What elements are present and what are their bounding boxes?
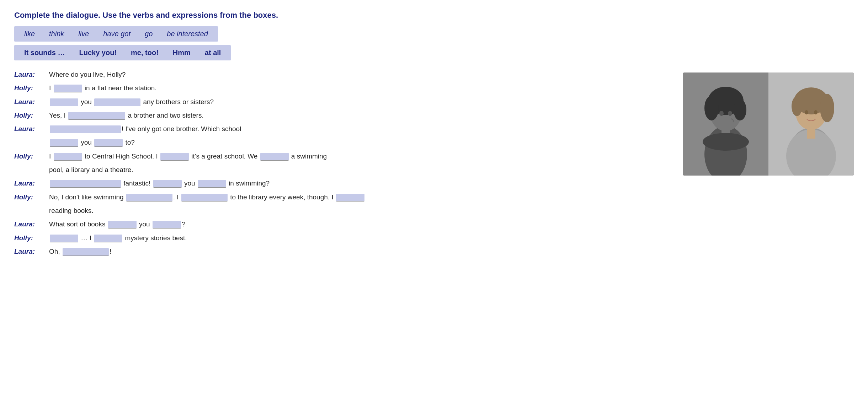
dialogue-line-holly5: Holly: … I mystery stories best. <box>14 232 669 244</box>
box1-item-2: think <box>49 30 64 38</box>
svg-point-18 <box>805 110 808 114</box>
dialogue-line-laura3b: you to? <box>14 137 669 148</box>
box2-item-3: me, too! <box>131 49 159 57</box>
box1-item-4: have got <box>103 30 131 38</box>
blank-holly1-1[interactable] <box>54 85 82 92</box>
line-laura2: you any brothers or sisters? <box>49 96 669 108</box>
speaker-holly4: Holly: <box>14 192 46 203</box>
speaker-laura2: Laura: <box>14 96 46 108</box>
speaker-holly1: Holly: <box>14 82 46 94</box>
line-laura4: fantastic! you in swimming? <box>49 178 669 189</box>
box2-item-2: Lucky you! <box>79 49 117 57</box>
blank-holly4-2[interactable] <box>181 194 228 202</box>
blank-holly4-3[interactable] <box>336 194 364 202</box>
blank-laura3-1[interactable] <box>50 125 121 133</box>
main-layout: Laura: Where do you live, Holly? Holly: … <box>14 69 854 259</box>
speaker-laura5: Laura: <box>14 219 46 230</box>
line-holly3b: pool, a library and a theatre. <box>49 164 669 176</box>
blank-laura4-2[interactable] <box>153 180 182 188</box>
blank-holly5-1[interactable] <box>50 235 78 242</box>
line-laura5: What sort of books you ? <box>49 219 669 230</box>
line-laura3a: ! I've only got one brother. Which schoo… <box>49 123 669 135</box>
dialogue-line-laura4: Laura: fantastic! you in swimming? <box>14 178 669 189</box>
person-left-svg <box>683 72 768 176</box>
dialogue-line-holly3a: Holly: I to Central High School. I it's … <box>14 151 669 162</box>
blank-laura3-3[interactable] <box>94 139 123 147</box>
box1-item-6: be interested <box>167 30 208 38</box>
box1-item-3: live <box>78 30 89 38</box>
person-right-photo <box>768 72 854 176</box>
svg-point-16 <box>820 94 834 122</box>
svg-rect-13 <box>807 129 815 139</box>
box2-item-5: at all <box>205 49 221 57</box>
speaker-laura1: Laura: <box>14 69 46 80</box>
dialogue-line-holly3b: pool, a library and a theatre. <box>14 164 669 176</box>
dialogue-line-laura1: Laura: Where do you live, Holly? <box>14 69 669 80</box>
speaker-holly3: Holly: <box>14 151 46 162</box>
dialogue-line-laura6: Laura: Oh, ! <box>14 246 669 257</box>
photo-area <box>683 72 854 176</box>
instruction-text: Complete the dialogue. Use the verbs and… <box>14 11 854 20</box>
line-holly1: I in a flat near the station. <box>49 82 669 94</box>
blank-laura5-1[interactable] <box>108 221 137 229</box>
blank-holly2-1[interactable] <box>68 112 125 120</box>
blank-holly3-1[interactable] <box>54 153 82 161</box>
dialogue-line-holly4b: reading books. <box>14 205 669 216</box>
box1-item-1: like <box>24 30 35 38</box>
svg-point-7 <box>703 133 749 151</box>
blank-holly4-1[interactable] <box>126 194 172 202</box>
person-left-photo <box>683 72 768 176</box>
person-right-svg <box>768 72 854 176</box>
blank-laura5-2[interactable] <box>153 221 181 229</box>
blank-holly3-3[interactable] <box>260 153 289 161</box>
blank-laura4-3[interactable] <box>198 180 226 188</box>
line-holly4a: No, I don't like swimming . I to the lib… <box>49 192 669 203</box>
word-box-1: like think live have got go be intereste… <box>14 26 218 42</box>
blank-laura2-1[interactable] <box>50 98 78 106</box>
blank-laura6-1[interactable] <box>63 248 109 256</box>
blank-holly5-2[interactable] <box>94 235 122 242</box>
dialogue-section: Laura: Where do you live, Holly? Holly: … <box>14 69 669 259</box>
photo-combined <box>683 72 854 176</box>
blank-laura4-1[interactable] <box>50 180 121 188</box>
dialogue-line-holly2: Holly: Yes, I a brother and two sisters. <box>14 110 669 121</box>
dialogue-line-laura3a: Laura: ! I've only got one brother. Whic… <box>14 123 669 135</box>
line-laura1: Where do you live, Holly? <box>49 69 669 80</box>
line-holly3a: I to Central High School. I it's a great… <box>49 151 669 162</box>
svg-point-9 <box>728 111 732 116</box>
blank-laura2-2[interactable] <box>94 98 140 106</box>
blank-laura3-2[interactable] <box>50 139 78 147</box>
line-holly4b: reading books. <box>49 205 669 216</box>
box2-item-4: Hmm <box>173 49 191 57</box>
line-laura6: Oh, ! <box>49 246 669 257</box>
word-box-2: It sounds … Lucky you! me, too! Hmm at a… <box>14 45 231 60</box>
dialogue-line-holly4a: Holly: No, I don't like swimming . I to … <box>14 192 669 203</box>
box1-item-5: go <box>145 30 153 38</box>
speaker-holly5: Holly: <box>14 232 46 244</box>
blank-holly3-2[interactable] <box>160 153 189 161</box>
svg-point-17 <box>792 96 802 116</box>
speaker-holly2: Holly: <box>14 110 46 121</box>
line-holly2: Yes, I a brother and two sisters. <box>49 110 669 121</box>
dialogue-line-holly1: Holly: I in a flat near the station. <box>14 82 669 94</box>
svg-point-4 <box>704 96 719 120</box>
speaker-laura4: Laura: <box>14 178 46 189</box>
svg-point-8 <box>719 111 724 116</box>
line-holly5: … I mystery stories best. <box>49 232 669 244</box>
dialogue-line-laura2: Laura: you any brothers or sisters? <box>14 96 669 108</box>
line-laura3b: you to? <box>49 137 669 148</box>
svg-point-5 <box>734 99 746 120</box>
speaker-laura3: Laura: <box>14 123 46 135</box>
svg-point-19 <box>814 110 818 114</box>
speaker-laura6: Laura: <box>14 246 46 257</box>
dialogue-line-laura5: Laura: What sort of books you ? <box>14 219 669 230</box>
box2-item-1: It sounds … <box>24 49 65 57</box>
